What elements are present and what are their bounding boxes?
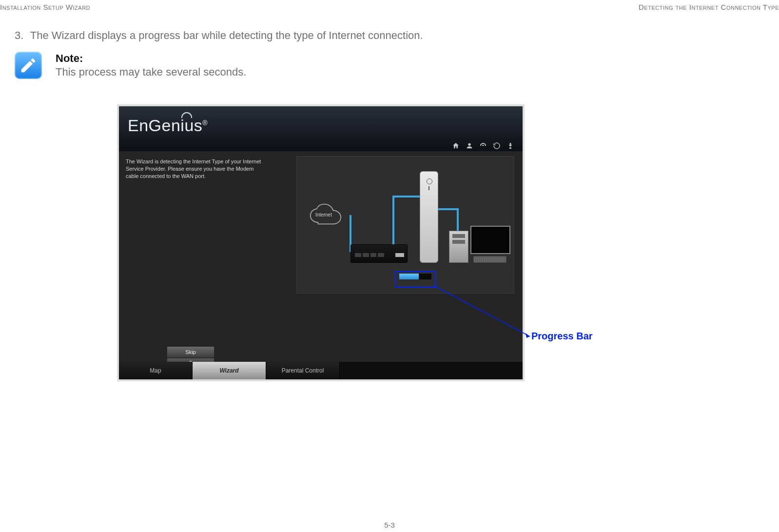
skip-button[interactable]: Skip — [167, 346, 214, 358]
note-pencil-icon — [15, 52, 42, 79]
usb-icon[interactable] — [506, 141, 515, 150]
network-icon[interactable] — [479, 141, 487, 150]
router-device-icon — [351, 244, 408, 263]
tab-map[interactable]: Map — [119, 362, 193, 379]
wizard-status-text: The Wizard is detecting the Internet Typ… — [126, 158, 267, 180]
page-number: 5-3 — [0, 521, 779, 529]
pc-tower-icon — [449, 231, 468, 263]
screenshot-topbar: EnGenius® — [119, 106, 523, 151]
page-header-left: Installation Setup Wizard — [0, 3, 90, 11]
bottom-tab-bar: Map Wizard Parental Control — [119, 362, 523, 379]
note-title: Note: — [56, 52, 246, 65]
connection-diagram: Internet — [296, 156, 514, 294]
top-icon-row — [451, 141, 515, 150]
monitor-icon — [470, 226, 508, 262]
brand-text-2: us — [184, 116, 202, 135]
detect-progress-bar — [399, 274, 431, 279]
tab-parental-control[interactable]: Parental Control — [266, 362, 340, 379]
note-block: Note: This process may take several seco… — [15, 52, 246, 79]
screenshot-body: The Wizard is detecting the Internet Typ… — [119, 151, 523, 362]
internet-cloud-label: Internet — [315, 212, 332, 217]
step-number: 3. — [15, 29, 27, 42]
step-text: The Wizard displays a progress bar while… — [30, 29, 423, 41]
page-header-right: Detecting the Internet Connection Type — [639, 3, 779, 11]
home-icon[interactable] — [451, 141, 460, 150]
router-wizard-screenshot: EnGenius® The Wizard is detecting the In… — [117, 104, 525, 381]
note-body: This process may take several seconds. — [56, 65, 246, 79]
brand-logo: EnGenius® — [128, 116, 208, 135]
refresh-icon[interactable] — [492, 141, 501, 150]
modem-tower-icon — [420, 171, 438, 263]
callout-label-progress-bar: Progress Bar — [531, 331, 593, 342]
tab-wizard[interactable]: Wizard — [193, 362, 266, 379]
user-icon[interactable] — [465, 141, 474, 150]
brand-registered: ® — [202, 119, 208, 127]
svg-marker-1 — [526, 333, 530, 338]
step-line: 3. The Wizard displays a progress bar wh… — [15, 29, 764, 42]
brand-text-1: EnGen — [128, 116, 180, 135]
brand-text-i: i — [180, 116, 184, 135]
